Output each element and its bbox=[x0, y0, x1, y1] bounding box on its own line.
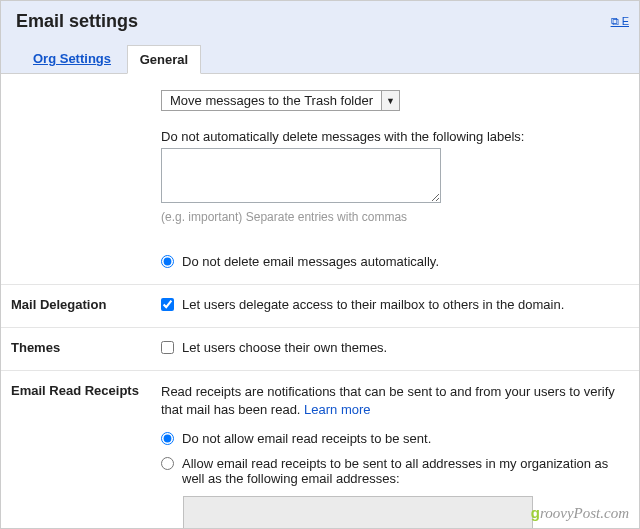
expand-icon[interactable]: ⧉ E bbox=[611, 15, 629, 28]
receipts-allow-radio[interactable] bbox=[161, 457, 174, 470]
receipts-allow-label: Allow email read receipts to be sent to … bbox=[182, 456, 624, 486]
tab-org-settings[interactable]: Org Settings bbox=[21, 45, 123, 72]
delegation-checkbox[interactable] bbox=[161, 298, 174, 311]
retention-no-delete-label: Do not delete email messages automatical… bbox=[182, 254, 439, 269]
settings-content: Move messages to the Trash folder ▼ Do n… bbox=[1, 73, 639, 529]
labels-textarea[interactable] bbox=[161, 148, 441, 203]
section-label-themes: Themes bbox=[1, 328, 151, 370]
select-value: Move messages to the Trash folder bbox=[162, 91, 381, 110]
labels-field-label: Do not automatically delete messages wit… bbox=[161, 129, 624, 144]
delegation-text: Let users delegate access to their mailb… bbox=[182, 297, 564, 312]
header: Email settings ⧉ E Org Settings General bbox=[1, 1, 639, 73]
themes-text: Let users choose their own themes. bbox=[182, 340, 387, 355]
tab-general[interactable]: General bbox=[127, 45, 201, 74]
receipts-description: Read receipts are notifications that can… bbox=[161, 383, 624, 419]
receipts-disallow-radio[interactable] bbox=[161, 432, 174, 445]
section-label-receipts: Email Read Receipts bbox=[1, 371, 151, 529]
retention-no-delete-radio[interactable] bbox=[161, 255, 174, 268]
section-label-retention bbox=[1, 74, 151, 284]
themes-checkbox[interactable] bbox=[161, 341, 174, 354]
labels-hint: (e.g. important) Separate entries with c… bbox=[161, 210, 624, 224]
section-label-delegation: Mail Delegation bbox=[1, 285, 151, 327]
tabs: Org Settings General bbox=[1, 44, 639, 73]
learn-more-link[interactable]: Learn more bbox=[304, 402, 370, 417]
chevron-down-icon: ▼ bbox=[381, 91, 399, 110]
receipts-addresses-textarea[interactable] bbox=[183, 496, 533, 529]
retention-action-select[interactable]: Move messages to the Trash folder ▼ bbox=[161, 90, 400, 111]
page-title: Email settings bbox=[16, 11, 138, 32]
watermark: groovyPost.com bbox=[531, 504, 629, 522]
receipts-disallow-label: Do not allow email read receipts to be s… bbox=[182, 431, 431, 446]
